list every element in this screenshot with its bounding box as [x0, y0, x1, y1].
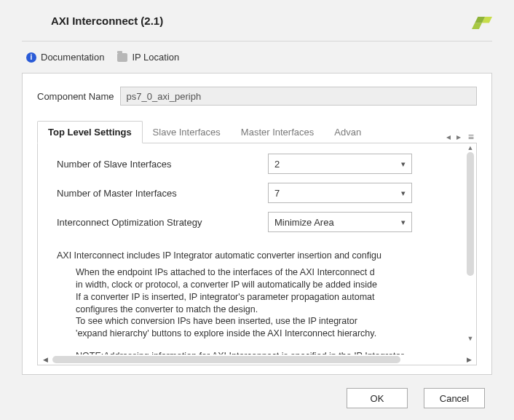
slave-interfaces-row: Number of Slave Interfaces 2 ▾ [57, 154, 457, 174]
header-divider [22, 41, 492, 41]
hscroll-thumb[interactable] [52, 356, 400, 363]
dialog-footer: OK Cancel [22, 388, 492, 408]
xilinx-logo-icon [472, 12, 492, 29]
component-name-label: Component Name [37, 91, 114, 102]
master-interfaces-value: 7 [274, 188, 280, 199]
chevron-down-icon: ▾ [401, 218, 406, 227]
component-name-row: Component Name [37, 87, 477, 106]
scroll-left-icon[interactable]: ◀ [41, 356, 50, 363]
slave-interfaces-value: 2 [274, 159, 280, 170]
tab-body: Number of Slave Interfaces 2 ▾ Number of… [37, 143, 477, 365]
master-interfaces-row: Number of Master Interfaces 7 ▾ [57, 183, 457, 203]
folder-icon [117, 53, 127, 62]
scroll-up-icon[interactable]: ▲ [467, 143, 474, 152]
tab-master-interfaces[interactable]: Master Interfaces [231, 122, 324, 143]
description-line: configures the converter to match the de… [76, 304, 457, 316]
vertical-scrollbar[interactable]: ▲ ▼ [466, 143, 475, 343]
chevron-down-icon: ▾ [401, 189, 406, 198]
tab-top-level-settings[interactable]: Top Level Settings [37, 121, 143, 143]
chevron-down-icon: ▾ [401, 159, 406, 169]
description-line: If a converter IP is inserted, IP integr… [76, 291, 457, 304]
documentation-label: Documentation [41, 52, 104, 63]
tab-advanced[interactable]: Advan [324, 122, 371, 143]
tab-menu-icon[interactable]: ≡ [465, 131, 477, 143]
vscroll-thumb[interactable] [467, 152, 474, 276]
description-line: When the endpoint IPs attached to the in… [76, 266, 457, 279]
strategy-row: Interconnect Optimization Strategy Minim… [57, 212, 457, 232]
ip-location-label: IP Location [132, 52, 179, 63]
slave-interfaces-label: Number of Slave Interfaces [57, 159, 268, 170]
tab-extras: ◂ ▸ ≡ [445, 131, 477, 143]
strategy-select[interactable]: Minimize Area ▾ [268, 212, 412, 232]
toolbar: i Documentation IP Location [22, 47, 492, 73]
strategy-label: Interconnect Optimization Strategy [57, 217, 268, 228]
description-line: To see which conversion IPs have been in… [76, 315, 457, 328]
svg-marker-0 [472, 23, 482, 29]
tab-scroll-left-icon[interactable]: ◂ [445, 132, 452, 142]
info-icon: i [26, 52, 36, 63]
dialog-window: AXI Interconnect (2.1) i Documentation I… [0, 0, 514, 420]
slave-interfaces-select[interactable]: 2 ▾ [268, 154, 412, 174]
tab-slave-interfaces[interactable]: Slave Interfaces [143, 122, 231, 143]
master-interfaces-label: Number of Master Interfaces [57, 188, 268, 199]
cancel-button[interactable]: Cancel [424, 388, 485, 408]
description-block: AXI Interconnect includes IP Integrator … [57, 250, 457, 354]
tabstrip: Top Level Settings Slave Interfaces Mast… [37, 120, 477, 143]
description-line: 'expand hierarchy' buttons to explore in… [76, 328, 457, 340]
ip-location-link[interactable]: IP Location [117, 52, 179, 63]
description-body: When the endpoint IPs attached to the in… [57, 266, 457, 340]
documentation-link[interactable]: i Documentation [26, 52, 104, 63]
dialog-title: AXI Interconnect (2.1) [51, 15, 163, 27]
vscroll-track[interactable] [467, 152, 474, 334]
config-panel: Component Name Top Level Settings Slave … [22, 73, 492, 375]
master-interfaces-select[interactable]: 7 ▾ [268, 183, 412, 203]
strategy-value: Minimize Area [274, 217, 334, 228]
component-name-input[interactable] [120, 87, 478, 106]
tab-scroll-right-icon[interactable]: ▸ [455, 132, 462, 142]
scroll-down-icon[interactable]: ▼ [467, 334, 474, 343]
scroll-area: Number of Slave Interfaces 2 ▾ Number of… [38, 143, 476, 354]
description-note: NOTE:Addressing information for AXI Inte… [57, 350, 457, 354]
hscroll-track[interactable] [52, 356, 462, 363]
description-line: in width, clock or protocol, a converter… [76, 279, 457, 291]
scroll-right-icon[interactable]: ▶ [464, 356, 473, 363]
horizontal-scrollbar[interactable]: ◀ ▶ [38, 354, 476, 365]
dialog-header: AXI Interconnect (2.1) [22, 7, 492, 41]
description-heading: AXI Interconnect includes IP Integrator … [57, 250, 457, 262]
ok-button[interactable]: OK [347, 388, 408, 408]
